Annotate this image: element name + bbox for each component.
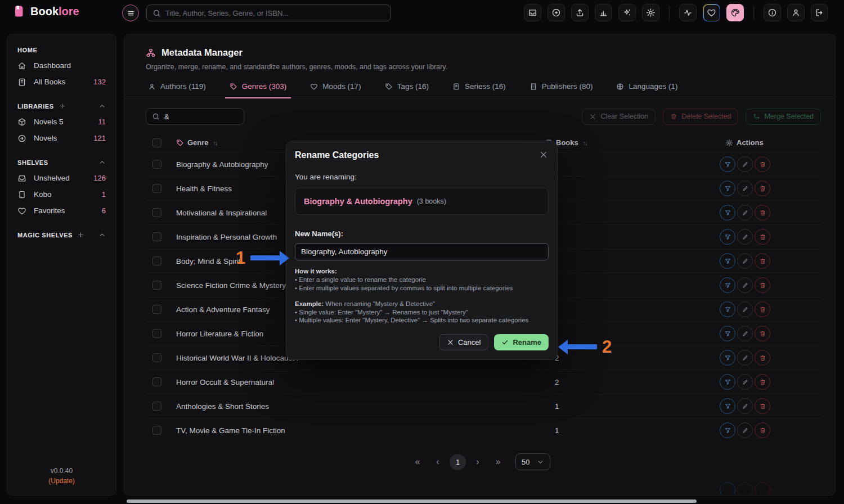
page-size-select[interactable]: 50 — [515, 453, 550, 470]
delete-action-button[interactable] — [755, 398, 770, 414]
sort-icon[interactable]: ↑↓ — [583, 140, 587, 146]
prev-page-button[interactable]: ‹ — [429, 453, 446, 470]
update-link[interactable]: (Update) — [7, 477, 116, 485]
edit-action-button[interactable] — [737, 156, 753, 172]
chevron-up-icon[interactable] — [98, 231, 106, 238]
filter-action-button[interactable] — [720, 302, 735, 317]
edit-action-button[interactable] — [737, 277, 753, 293]
edit-action-button[interactable] — [737, 422, 753, 438]
sidebar-item-dashboard[interactable]: Dashboard — [7, 57, 116, 74]
delete-action-button[interactable] — [755, 205, 770, 220]
rename-button[interactable]: Rename — [494, 334, 549, 350]
tab-authors[interactable]: Authors (119) — [146, 82, 208, 98]
upload-button[interactable] — [571, 4, 589, 21]
filter-action-button[interactable] — [720, 422, 735, 438]
delete-action-button[interactable] — [755, 156, 770, 172]
tab-tags[interactable]: Tags (16) — [383, 82, 431, 98]
merge-selected-button[interactable]: Merge Selected — [746, 109, 821, 125]
sidebar-item-kobo[interactable]: Kobo 1 — [7, 186, 116, 202]
row-checkbox[interactable] — [152, 377, 161, 386]
account-button[interactable] — [787, 4, 805, 21]
sidebar-item-favorites[interactable]: Favorites 6 — [7, 202, 116, 219]
add-magic-shelf-icon[interactable] — [77, 231, 84, 238]
edit-action-button[interactable] — [737, 181, 753, 196]
row-checkbox[interactable] — [152, 184, 161, 193]
delete-action-button[interactable] — [755, 302, 770, 317]
row-checkbox[interactable] — [152, 329, 161, 338]
settings-button[interactable] — [642, 4, 659, 21]
edit-action-button[interactable] — [737, 350, 753, 366]
filter-action-button[interactable] — [720, 398, 735, 414]
close-icon[interactable] — [539, 150, 548, 159]
delete-action-button[interactable] — [755, 326, 770, 341]
delete-action-button[interactable] — [755, 229, 770, 245]
activity-button[interactable] — [679, 4, 697, 21]
delete-action-button[interactable] — [755, 374, 770, 390]
genre-column-header[interactable]: Genre — [187, 138, 209, 147]
theme-button[interactable] — [726, 4, 744, 21]
tab-languages[interactable]: Languages (1) — [614, 82, 680, 98]
tab-moods[interactable]: Moods (17) — [308, 82, 363, 98]
sidebar-item-novels-5[interactable]: Novels 5 11 — [7, 114, 116, 130]
delete-selected-button[interactable]: Delete Selected — [663, 109, 738, 125]
edit-action-button[interactable] — [737, 205, 753, 220]
magic-button[interactable] — [618, 4, 636, 21]
row-checkbox[interactable] — [152, 305, 161, 314]
filter-action-button[interactable] — [720, 205, 735, 220]
genre-filter-input[interactable] — [164, 112, 238, 121]
info-button[interactable] — [764, 4, 781, 21]
edit-action-button[interactable] — [737, 398, 753, 414]
chevron-up-icon[interactable] — [98, 102, 106, 110]
app-logo[interactable]: Booklore — [12, 4, 79, 18]
row-checkbox[interactable] — [152, 232, 161, 241]
books-column-header[interactable]: Books — [556, 138, 578, 147]
sidebar-item-all-books[interactable]: All Books 132 — [7, 74, 116, 90]
next-page-button[interactable]: › — [469, 453, 486, 470]
add-library-icon[interactable] — [59, 102, 66, 110]
sidebar-item-unshelved[interactable]: Unshelved 126 — [7, 170, 116, 186]
horizontal-scrollbar[interactable] — [127, 500, 697, 503]
new-name-input[interactable] — [295, 243, 549, 260]
delete-action-button[interactable] — [755, 350, 770, 366]
stats-button[interactable] — [595, 4, 612, 21]
filter-action-button[interactable] — [720, 253, 735, 269]
select-all-checkbox[interactable] — [152, 138, 161, 147]
global-search-input[interactable] — [165, 9, 385, 17]
row-checkbox[interactable] — [152, 281, 161, 290]
add-button[interactable] — [547, 4, 565, 21]
row-checkbox[interactable] — [152, 353, 161, 362]
delete-action-button[interactable] — [755, 253, 770, 269]
tab-publishers[interactable]: Publishers (80) — [527, 82, 595, 98]
logout-button[interactable] — [811, 4, 828, 21]
sort-icon[interactable]: ↑↓ — [213, 140, 217, 146]
current-page-button[interactable]: 1 — [450, 454, 466, 470]
cancel-button[interactable]: Cancel — [439, 334, 488, 350]
row-checkbox[interactable] — [152, 402, 161, 411]
menu-toggle-button[interactable] — [122, 4, 139, 21]
favorites-button[interactable] — [704, 5, 720, 21]
filter-action-button[interactable] — [720, 229, 735, 245]
tab-seriess[interactable]: Seriess (16) — [450, 82, 508, 98]
sidebar-item-novels[interactable]: Novels 121 — [7, 130, 116, 146]
filter-action-button[interactable] — [720, 277, 735, 293]
inbox-button[interactable] — [524, 4, 541, 21]
edit-action-button[interactable] — [737, 229, 753, 245]
filter-action-button[interactable] — [720, 326, 735, 341]
edit-action-button[interactable] — [737, 326, 753, 341]
clear-selection-button[interactable]: Clear Selection — [582, 109, 656, 125]
chevron-up-icon[interactable] — [98, 159, 106, 166]
row-checkbox[interactable] — [152, 160, 161, 169]
filter-action-button[interactable] — [720, 156, 735, 172]
row-checkbox[interactable] — [152, 426, 161, 435]
filter-action-button[interactable] — [720, 181, 735, 196]
row-checkbox[interactable] — [152, 256, 161, 266]
last-page-button[interactable]: » — [490, 453, 506, 470]
row-checkbox[interactable] — [152, 208, 161, 217]
edit-action-button[interactable] — [737, 302, 753, 317]
delete-action-button[interactable] — [755, 181, 770, 196]
tab-genres[interactable]: Genres (303) — [227, 82, 289, 98]
edit-action-button[interactable] — [737, 374, 753, 390]
filter-action-button[interactable] — [720, 374, 735, 390]
first-page-button[interactable]: « — [409, 453, 426, 470]
filter-action-button[interactable] — [720, 350, 735, 366]
